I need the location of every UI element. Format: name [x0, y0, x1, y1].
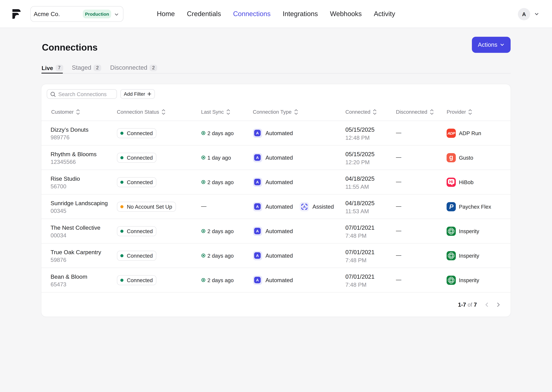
- svg-text:P: P: [449, 203, 454, 210]
- svg-text:A: A: [303, 204, 306, 209]
- svg-text:g: g: [449, 153, 453, 161]
- svg-text:Hi: Hi: [449, 179, 453, 184]
- svg-text:ADP: ADP: [448, 131, 455, 135]
